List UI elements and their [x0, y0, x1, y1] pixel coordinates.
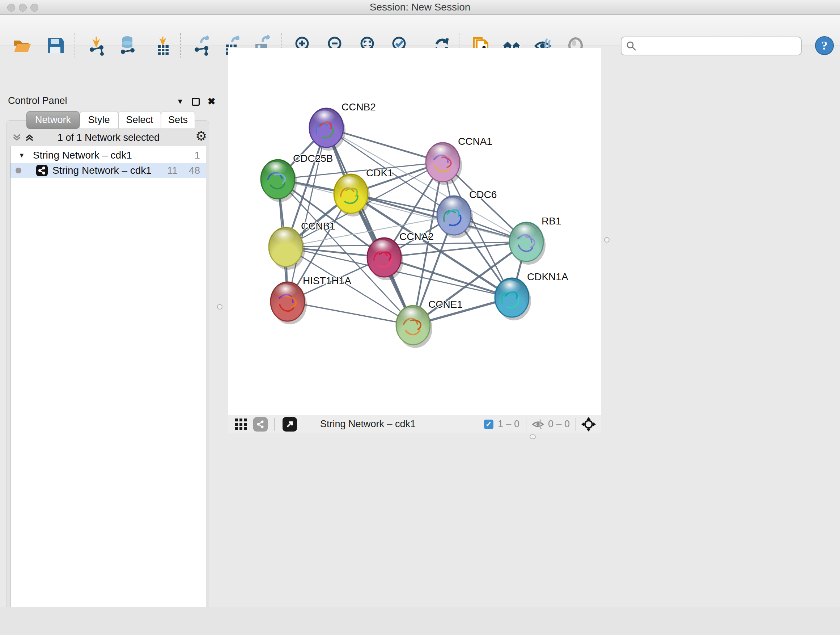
grid-view-icon[interactable]: [234, 418, 248, 431]
panel-collapse-icon[interactable]: ▼: [177, 97, 184, 106]
node-CCNE1[interactable]: CCNE1: [396, 299, 463, 348]
horizontal-splitter-handle[interactable]: [530, 434, 536, 439]
network-tree-root-row[interactable]: ▼ String Network – cdk1 1: [11, 148, 206, 163]
collapse-all-icon[interactable]: [12, 133, 21, 142]
string-network-icon: [36, 165, 48, 177]
node-label-CCNA2: CCNA2: [399, 231, 434, 242]
node-label-CCNB2: CCNB2: [341, 101, 376, 112]
share-glyph-icon: [256, 420, 265, 429]
node-CCNB2[interactable]: CCNB2: [309, 101, 376, 150]
statusbar-separator: [274, 418, 275, 431]
node-label-HIST1H1A: HIST1H1A: [303, 275, 351, 287]
window-zoom-button[interactable]: [30, 4, 38, 11]
node-HIST1H1A[interactable]: HIST1H1A: [271, 275, 351, 325]
tab-style[interactable]: Style: [80, 111, 118, 129]
app-status-bar: Memory: [0, 607, 840, 635]
table-panel: Table Panel ▼ ✖ ⚙ f(x) shared namenameca…: [228, 441, 840, 607]
window-close-button[interactable]: [7, 4, 15, 11]
selected-counts: 1 – 0: [498, 418, 519, 430]
node-CDKN1A[interactable]: CDKN1A: [495, 271, 568, 320]
node-CCNB1[interactable]: CCNB1: [269, 220, 335, 270]
title-bar: Session: New Session: [0, 0, 840, 15]
edge-count: 48: [189, 165, 200, 176]
network-status-dot: [16, 168, 21, 173]
edge-CCNA2-CDKN1A[interactable]: [384, 257, 512, 298]
hidden-counts: 0 – 0: [548, 418, 570, 430]
node-label-CDKN1A: CDKN1A: [527, 271, 568, 282]
hidden-eye-slash-icon: [531, 419, 545, 430]
node-label-CDC25B: CDC25B: [293, 153, 333, 164]
right-splitter-handle[interactable]: [604, 237, 609, 242]
statusbar-separator: [576, 418, 576, 431]
tab-select[interactable]: Select: [118, 111, 161, 129]
window-title: Session: New Session: [370, 2, 471, 13]
node-RB1[interactable]: RB1: [509, 215, 561, 264]
network-canvas[interactable]: CCNB2CCNA1CDC25BCDK1CDC6RB1CCNB1CCNA2CDK…: [228, 48, 601, 415]
external-link-arrow-icon: [286, 420, 294, 428]
open-in-browser-button[interactable]: [283, 417, 297, 432]
network-name-label: String Network – cdk1: [320, 418, 416, 430]
node-label-CDC6: CDC6: [469, 189, 497, 200]
expand-all-icon[interactable]: [25, 133, 34, 142]
window-minimize-button[interactable]: [19, 4, 27, 11]
network-view-toolbar: String Network – cdk1 ✓ 1 – 0 0 – 0: [228, 415, 601, 433]
tab-sets[interactable]: Sets: [161, 111, 195, 129]
string-view-icon[interactable]: [253, 417, 268, 432]
selected-checkbox-icon[interactable]: ✓: [484, 420, 493, 429]
control-panel-title: Control Panel: [8, 95, 67, 106]
control-panel: Control Panel ▼ ✖ NetworkStyleSelectSets…: [0, 46, 214, 607]
statusbar-separator: [526, 418, 526, 431]
network-options-gear-icon[interactable]: ⚙: [195, 128, 207, 144]
birdseye-navigator-icon[interactable]: [581, 417, 596, 432]
tree-expander-icon[interactable]: ▼: [19, 152, 25, 159]
network-collection-label: String Network – cdk1: [33, 149, 132, 161]
tab-network[interactable]: Network: [27, 111, 80, 129]
node-label-CCNE1: CCNE1: [428, 299, 463, 310]
network-tree: ▼ String Network – cdk1 1 String Network…: [10, 146, 206, 635]
main-toolbar: ?: [0, 15, 840, 46]
panel-close-icon[interactable]: ✖: [208, 96, 216, 107]
node-label-CDK1: CDK1: [366, 167, 393, 179]
results-panel: Results Panel ▼ ✖ String Expand All Coll…: [613, 46, 840, 433]
node-label-CCNB1: CCNB1: [301, 220, 335, 232]
network-graph[interactable]: CCNB2CCNA1CDC25BCDK1CDC6RB1CCNB1CCNA2CDK…: [228, 48, 601, 415]
network-tree-child-row[interactable]: String Network – cdk1 11 48: [11, 163, 206, 178]
collection-count: 1: [194, 149, 200, 161]
panel-float-icon[interactable]: [192, 98, 200, 106]
node-count: 11: [167, 165, 178, 176]
network-selection-status: 1 of 1 Network selected: [57, 132, 159, 143]
node-label-RB1: RB1: [542, 215, 561, 226]
network-item-label: String Network – cdk1: [52, 165, 152, 176]
node-label-CCNA1: CCNA1: [458, 136, 493, 147]
left-splitter-handle[interactable]: [217, 304, 223, 310]
